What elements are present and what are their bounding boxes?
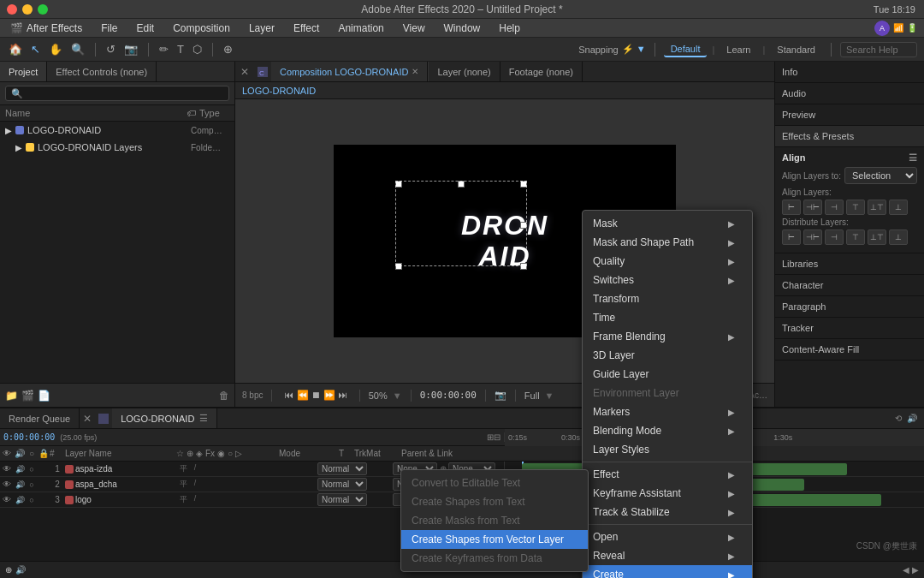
new-comp-icon[interactable]: 🎬	[21, 390, 34, 402]
workspace-standard[interactable]: Standard	[770, 43, 822, 57]
new-item-icon[interactable]: 📄	[38, 390, 50, 402]
switch-1-5[interactable]	[226, 463, 236, 474]
mode-select-3[interactable]: Normal	[317, 493, 367, 506]
rp-libraries[interactable]: Libraries	[775, 253, 924, 275]
align-bottom-btn[interactable]: ⊥	[889, 200, 908, 215]
cm-guide-layer[interactable]: Guide Layer	[583, 365, 752, 384]
switch-3-5[interactable]	[226, 494, 236, 505]
menu-composition[interactable]: Composition	[169, 21, 234, 36]
cm-layer-styles[interactable]: Layer Styles	[583, 440, 752, 459]
rp-effects-presets[interactable]: Effects & Presets	[775, 126, 924, 147]
align-center-h-btn[interactable]: ⊣⊢	[803, 200, 822, 215]
switch-2-2[interactable]: /	[190, 479, 200, 490]
tl-icon-1[interactable]: ⟲	[895, 414, 902, 423]
align-menu-icon[interactable]: ☰	[909, 152, 917, 164]
switch-2-4[interactable]	[214, 479, 224, 490]
rp-audio[interactable]: Audio	[775, 83, 924, 104]
timeline-comp-tab[interactable]: LOGO-DRONAID ☰	[112, 408, 217, 428]
mode-select-1[interactable]: Normal	[317, 462, 367, 475]
rp-character[interactable]: Character	[775, 275, 924, 296]
cm-open[interactable]: Open ▶	[583, 527, 752, 546]
tl-bottom-icon-1[interactable]: ⊕	[5, 565, 12, 575]
switch-1-1[interactable]: 平	[178, 463, 188, 474]
close-button[interactable]	[7, 4, 17, 15]
cm-quality[interactable]: Quality ▶	[583, 252, 752, 271]
align-right-btn[interactable]: ⊣	[825, 200, 844, 215]
switch-3-6[interactable]	[238, 494, 248, 505]
cm-effect[interactable]: Effect ▶	[583, 465, 752, 484]
switch-3-1[interactable]: 平	[178, 494, 188, 505]
solo-2[interactable]: ○	[26, 480, 38, 489]
rotate-tool[interactable]: ↺	[104, 41, 117, 57]
comp-close-btn[interactable]: ✕	[235, 62, 254, 81]
shape-tool[interactable]: ⬡	[191, 41, 204, 57]
zoom-dropdown[interactable]: ▼	[393, 390, 402, 401]
comp-tab-close[interactable]: ✕	[412, 67, 418, 76]
quality-dropdown[interactable]: ▼	[545, 390, 554, 401]
user-avatar[interactable]: A	[874, 21, 890, 36]
camera-tool[interactable]: 📷	[122, 41, 139, 57]
pen-tool[interactable]: ✏	[157, 41, 170, 57]
dist-top-btn[interactable]: ⊤	[846, 229, 865, 245]
switch-3-3[interactable]	[202, 494, 212, 505]
menu-window[interactable]: Window	[441, 21, 484, 36]
cm-switches[interactable]: Switches ▶	[583, 271, 752, 289]
dist-center-h-btn[interactable]: ⊣⊢	[803, 229, 822, 245]
zoom-tool[interactable]: 🔍	[69, 41, 86, 57]
switch-3-4[interactable]	[214, 494, 224, 505]
comp-tab-main[interactable]: Composition LOGO-DRONAID ✕	[271, 62, 428, 81]
workspace-learn[interactable]: Learn	[720, 43, 757, 57]
cm-mask-shape[interactable]: Mask and Shape Path ▶	[583, 233, 752, 252]
layer-tab[interactable]: Layer (none)	[429, 62, 500, 81]
cm-transform[interactable]: Transform	[583, 289, 752, 308]
preview-controls[interactable]: ⏮ ⏪ ⏹ ⏩ ⏭	[281, 388, 350, 402]
menu-animation[interactable]: Animation	[335, 21, 387, 36]
audio-1[interactable]: 🔊	[14, 465, 26, 474]
switch-1-3[interactable]	[202, 463, 212, 474]
switch-2-1[interactable]: 平	[178, 479, 188, 490]
tl-icon-2[interactable]: 🔊	[907, 414, 917, 423]
render-queue-tab[interactable]: Render Queue	[0, 408, 80, 428]
menu-help[interactable]: Help	[495, 21, 524, 36]
vis-3[interactable]: 👁	[0, 495, 14, 504]
menu-edit[interactable]: Edit	[133, 21, 157, 36]
tl-bottom-icon-2[interactable]: 🔊	[15, 565, 26, 575]
hand-tool[interactable]: ✋	[47, 41, 64, 57]
solo-3[interactable]: ○	[26, 496, 38, 504]
select-tool[interactable]: ↖	[29, 41, 42, 57]
fullscreen-button[interactable]	[38, 4, 48, 15]
dist-right-btn[interactable]: ⊣	[825, 229, 844, 245]
puppet-tool[interactable]: ⊕	[222, 41, 234, 57]
vis-2[interactable]: 👁	[0, 480, 14, 489]
switch-2-3[interactable]	[202, 479, 212, 490]
project-tab[interactable]: Project	[0, 62, 47, 81]
rp-preview[interactable]: Preview	[775, 104, 924, 126]
project-search-input[interactable]	[5, 86, 229, 101]
cm-reveal[interactable]: Reveal ▶	[583, 546, 752, 565]
dist-left-btn[interactable]: ⊢	[782, 229, 801, 245]
delete-icon[interactable]: 🗑	[219, 390, 229, 402]
cm-frame-blending[interactable]: Frame Blending ▶	[583, 327, 752, 346]
footage-tab[interactable]: Footage (none)	[500, 62, 583, 81]
workspace-default[interactable]: Default	[664, 42, 708, 57]
dist-bottom-btn[interactable]: ⊥	[889, 229, 908, 245]
audio-3[interactable]: 🔊	[14, 496, 26, 504]
dist-center-v-btn[interactable]: ⊥⊤	[868, 229, 886, 245]
rp-info[interactable]: Info	[775, 62, 924, 83]
menu-view[interactable]: View	[400, 21, 429, 36]
project-item-logo-dronaid-layers[interactable]: ▶ LOGO-DRONAID Layers Folde…	[0, 139, 234, 156]
cm-create[interactable]: Create ▶	[583, 565, 752, 578]
search-help-input[interactable]	[840, 42, 917, 57]
type-tool[interactable]: T	[175, 41, 186, 57]
timeline-tab-menu[interactable]: ☰	[199, 413, 208, 424]
align-to-select[interactable]: Selection Comp	[844, 167, 917, 184]
align-center-v-btn[interactable]: ⊥⊤	[868, 200, 886, 215]
cm-mask[interactable]: Mask ▶	[583, 214, 752, 233]
switch-1-2[interactable]: /	[190, 463, 200, 474]
home-icon[interactable]: 🏠	[7, 41, 24, 57]
menu-file[interactable]: File	[98, 21, 121, 36]
rp-paragraph[interactable]: Paragraph	[775, 296, 924, 318]
new-folder-icon[interactable]: 📁	[5, 390, 18, 402]
align-top-btn[interactable]: ⊤	[846, 200, 865, 215]
project-item-logo-dronaid[interactable]: ▶ LOGO-DRONAID Comp…	[0, 122, 234, 139]
